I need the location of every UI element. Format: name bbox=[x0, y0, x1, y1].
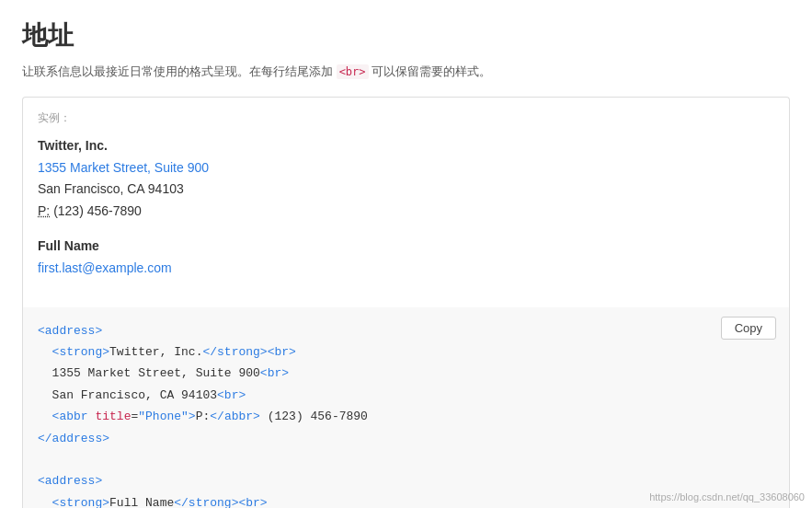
address-block-2: Full Name first.last@example.com bbox=[38, 236, 774, 280]
preview-label: 实例： bbox=[38, 110, 774, 126]
page-title: 地址 bbox=[22, 18, 790, 53]
code-line: </address> bbox=[38, 428, 774, 449]
code-line: San Francisco, CA 94103<br> bbox=[38, 385, 774, 406]
preview-box: 实例： Twitter, Inc. 1355 Market Street, Su… bbox=[22, 97, 790, 307]
page-description: 让联系信息以最接近日常使用的格式呈现。在每行结尾添加 <br> 可以保留需要的样… bbox=[22, 63, 790, 82]
code-line bbox=[38, 449, 774, 470]
full-name: Full Name bbox=[38, 238, 99, 253]
code-line: 1355 Market Street, Suite 900<br> bbox=[38, 363, 774, 384]
watermark: https://blog.csdn.net/qq_33608060 bbox=[649, 491, 805, 502]
address-block-1: Twitter, Inc. 1355 Market Street, Suite … bbox=[38, 135, 774, 223]
city-state: San Francisco, CA 94103 bbox=[38, 181, 184, 196]
email-link[interactable]: first.last@example.com bbox=[38, 260, 172, 275]
code-line: <abbr title="Phone">P:</abbr> (123) 456-… bbox=[38, 406, 774, 427]
code-line: <address> bbox=[38, 320, 774, 341]
phone-number: (123) 456-7890 bbox=[53, 203, 142, 218]
copy-button[interactable]: Copy bbox=[721, 317, 776, 340]
street-link[interactable]: 1355 Market Street, Suite 900 bbox=[38, 160, 209, 175]
code-content: <address> <strong>Twitter, Inc.</strong>… bbox=[38, 320, 774, 508]
br-code: <br> bbox=[337, 64, 369, 79]
company-name: Twitter, Inc. bbox=[38, 138, 108, 153]
code-line: <address> bbox=[38, 470, 774, 491]
code-block: Copy <address> <strong>Twitter, Inc.</st… bbox=[22, 307, 790, 508]
code-line: <strong>Twitter, Inc.</strong><br> bbox=[38, 341, 774, 363]
